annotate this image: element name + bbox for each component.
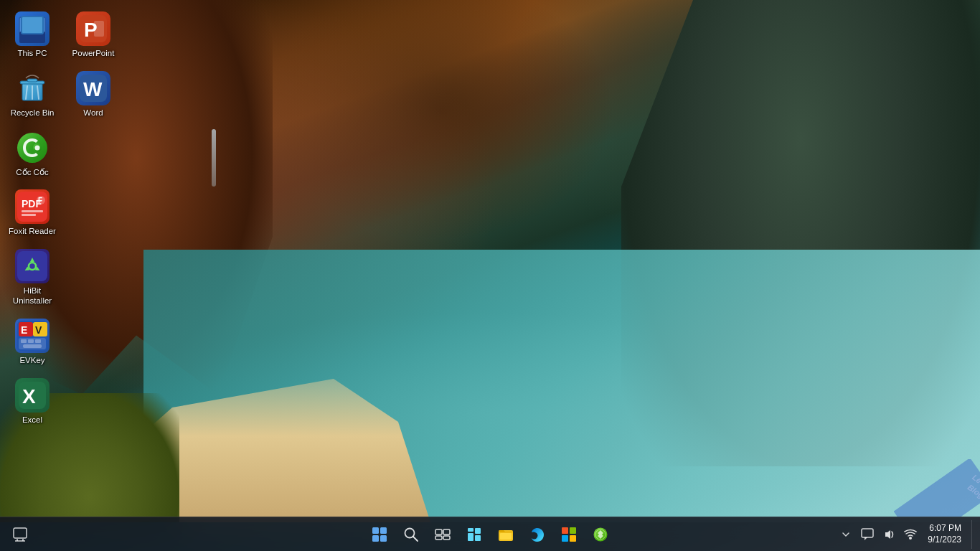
powerpoint-label: PowerPoint: [72, 49, 115, 59]
this-pc-icon[interactable]: This PC: [4, 7, 61, 63]
evkey-label: EVKey: [19, 356, 44, 366]
coccoc-label: Cốc Cốc: [16, 168, 48, 178]
excel-desktop-icon[interactable]: X Excel: [4, 374, 61, 430]
svg-rect-64: [862, 529, 873, 537]
start-button[interactable]: [365, 520, 394, 549]
svg-rect-61: [570, 535, 576, 542]
word-icon[interactable]: W Word: [65, 67, 122, 123]
this-pc-image: [15, 11, 50, 46]
svg-rect-21: [22, 214, 36, 216]
svg-rect-60: [562, 535, 568, 542]
svg-rect-32: [21, 339, 27, 343]
volume-icon[interactable]: [880, 526, 897, 543]
evkey-desktop-icon[interactable]: E V EVKey: [4, 314, 61, 370]
svg-point-17: [35, 145, 40, 150]
svg-rect-54: [468, 533, 473, 541]
svg-line-47: [413, 537, 418, 541]
foxit-label: Foxit Reader: [9, 227, 56, 237]
word-label: Word: [83, 108, 103, 118]
foxit-image: PDF F: [15, 189, 50, 224]
powerpoint-image: P: [76, 11, 110, 46]
svg-rect-52: [468, 528, 473, 532]
svg-rect-42: [372, 527, 379, 534]
widgets-button[interactable]: [460, 520, 489, 549]
this-pc-label: This PC: [18, 49, 47, 59]
svg-rect-38: [14, 528, 27, 538]
foxit-desktop-icon[interactable]: PDF F Foxit Reader: [4, 185, 61, 241]
svg-rect-6: [94, 21, 104, 37]
show-desktop-button[interactable]: [6, 520, 34, 549]
hibit-desktop-icon[interactable]: HiBit Uninstaller: [4, 245, 61, 311]
network-icon[interactable]: [902, 526, 919, 543]
hibit-label: HiBit Uninstaller: [6, 286, 58, 306]
svg-rect-45: [380, 535, 387, 542]
word-image: W: [76, 71, 110, 105]
svg-rect-55: [475, 535, 481, 541]
svg-rect-20: [22, 210, 43, 212]
svg-rect-51: [443, 536, 450, 540]
svg-rect-43: [380, 527, 387, 534]
edge-button[interactable]: [523, 520, 552, 549]
svg-rect-50: [435, 536, 442, 540]
svg-rect-34: [35, 339, 41, 343]
excel-image: X: [15, 378, 50, 413]
svg-text:V: V: [35, 324, 42, 336]
svg-rect-24: [17, 251, 47, 281]
recycle-bin-icon[interactable]: Recycle Bin: [4, 67, 61, 123]
svg-point-65: [909, 537, 912, 540]
svg-rect-3: [25, 37, 39, 39]
svg-rect-33: [28, 339, 34, 343]
coccoc-image: [15, 131, 50, 165]
svg-rect-1: [21, 19, 44, 33]
hibit-image: [15, 249, 50, 283]
svg-rect-59: [570, 527, 576, 534]
svg-rect-58: [562, 527, 568, 534]
svg-rect-0: [19, 17, 45, 34]
taskbar-left: [0, 520, 34, 549]
file-explorer-button[interactable]: [491, 520, 520, 549]
desktop-icons: This PC P PowerPoint: [4, 7, 122, 429]
excel-label: Excel: [22, 415, 42, 425]
svg-rect-44: [372, 535, 379, 542]
store-button[interactable]: [555, 520, 583, 549]
clock[interactable]: 6:07 PM 9/1/2023: [923, 522, 966, 547]
svg-rect-2: [28, 34, 37, 37]
search-button[interactable]: [397, 520, 425, 549]
taskbar-center: [365, 520, 615, 549]
desktop: This PC P PowerPoint: [0, 0, 980, 551]
watermark: Lê Hà Blog: [894, 459, 980, 517]
recycle-bin-label: Recycle Bin: [11, 108, 55, 118]
svg-rect-48: [435, 529, 442, 534]
clock-time: 6:07 PM: [929, 523, 961, 534]
svg-point-15: [17, 133, 47, 163]
svg-rect-53: [475, 528, 481, 534]
powerpoint-icon[interactable]: P PowerPoint: [65, 7, 122, 63]
svg-text:F: F: [38, 197, 42, 204]
svg-rect-35: [23, 344, 42, 348]
svg-text:W: W: [83, 78, 103, 100]
recycle-bin-image: [15, 71, 50, 105]
svg-text:E: E: [21, 324, 27, 336]
chat-button[interactable]: [859, 526, 876, 543]
svg-rect-57: [500, 533, 512, 540]
clock-date: 9/1/2023: [928, 534, 961, 546]
svg-rect-49: [443, 529, 450, 534]
coccoc-desktop-icon[interactable]: Cốc Cốc: [4, 126, 61, 182]
tray-overflow-button[interactable]: [837, 526, 854, 543]
taskbar-right: 6:07 PM 9/1/2023: [837, 520, 980, 549]
show-desktop-strip[interactable]: [971, 520, 974, 549]
taskbar: 6:07 PM 9/1/2023: [0, 517, 980, 551]
task-view-button[interactable]: [428, 520, 457, 549]
svg-text:X: X: [22, 385, 36, 408]
gamebar-button[interactable]: [586, 520, 615, 549]
evkey-image: E V: [15, 319, 50, 353]
svg-rect-9: [27, 79, 37, 82]
